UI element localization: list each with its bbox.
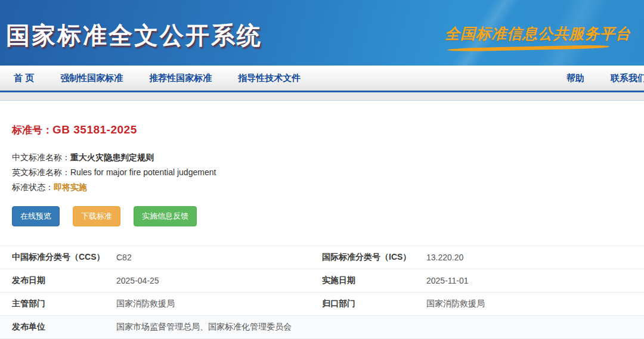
field-chinese-name-value: 重大火灾隐患判定规则 [70, 153, 154, 163]
standard-detail-panel: 标准号： GB 35181-2025 中文标准名称： 重大火灾隐患判定规则 英文… [0, 101, 644, 339]
cell-publisher: 发布单位 国家市场监督管理总局、国家标准化管理委员会 [12, 322, 292, 332]
table-row-classification: 中国标准分类号（CCS） C82 国际标准分类号（ICS） 13.220.20 [0, 246, 644, 269]
competent-department-label: 主管部门 [12, 298, 116, 309]
platform-logo-underline-stroke [447, 45, 609, 52]
cell-implement-date: 实施日期 2025-11-01 [322, 275, 644, 286]
field-english-name-value: Rules for major fire potential judgement [70, 167, 216, 177]
implement-date-value: 2025-11-01 [426, 276, 469, 285]
publisher-value: 国家市场监督管理总局、国家标准化管理委员会 [116, 322, 292, 332]
ics-label: 国际标准分类号（ICS） [322, 252, 426, 263]
nav-item-guiding-documents[interactable]: 指导性技术文件 [233, 70, 305, 86]
implementation-feedback-button[interactable]: 实施信息反馈 [134, 206, 197, 226]
site-banner: 国家标准全文公开系统 全国标准信息公共服务平台 [0, 0, 644, 66]
table-row-departments: 主管部门 国家消防救援局 归口部门 国家消防救援局 [0, 293, 644, 316]
nav-item-contact-us[interactable]: 联系我们 [606, 70, 644, 86]
standard-fields: 中文标准名称： 重大火灾隐患判定规则 英文标准名称： Rules for maj… [0, 137, 644, 197]
action-buttons: 在线预览 下载标准 实施信息反馈 [0, 197, 644, 226]
main-nav: 首 页 强制性国家标准 推荐性国家标准 指导性技术文件 帮助 联系我们 [0, 66, 644, 92]
publisher-label: 发布单位 [12, 322, 116, 332]
standard-number-label: 标准号： [12, 123, 52, 137]
table-row-dates: 发布日期 2025-04-25 实施日期 2025-11-01 [0, 269, 644, 293]
centralized-department-value: 国家消防救援局 [426, 298, 485, 309]
centralized-department-label: 归口部门 [322, 298, 426, 309]
field-chinese-name-label: 中文标准名称： [12, 153, 70, 163]
platform-logo[interactable]: 全国标准信息公共服务平台 [445, 24, 631, 50]
nav-item-help[interactable]: 帮助 [562, 70, 589, 86]
nav-item-mandatory-standards[interactable]: 强制性国家标准 [55, 70, 128, 86]
status-badge: 即将实施 [54, 182, 87, 193]
standard-number-value: GB 35181-2025 [52, 123, 137, 136]
implement-date-label: 实施日期 [322, 275, 426, 286]
publish-date-label: 发布日期 [12, 275, 116, 286]
page-gap-strip [0, 92, 644, 101]
field-chinese-name: 中文标准名称： 重大火灾隐患判定规则 [12, 153, 632, 167]
competent-department-value: 国家消防救援局 [116, 298, 175, 309]
standard-number-line: 标准号： GB 35181-2025 [0, 101, 644, 137]
field-english-name: 英文标准名称： Rules for major fire potential j… [12, 167, 632, 182]
ccs-label: 中国标准分类号（CCS） [12, 252, 116, 263]
cell-centralized-department: 归口部门 国家消防救援局 [322, 298, 644, 309]
cell-competent-department: 主管部门 国家消防救援局 [12, 298, 322, 309]
cell-ccs: 中国标准分类号（CCS） C82 [12, 252, 322, 263]
field-status-label: 标准状态： [12, 182, 54, 193]
download-standard-button[interactable]: 下载标准 [73, 206, 120, 226]
cell-publish-date: 发布日期 2025-04-25 [12, 275, 322, 286]
field-status: 标准状态： 即将实施 [12, 182, 632, 197]
nav-item-home[interactable]: 首 页 [9, 70, 39, 86]
platform-logo-text: 全国标准信息公共服务平台 [445, 24, 631, 43]
field-english-name-label: 英文标准名称： [12, 167, 70, 178]
standard-info-table: 中国标准分类号（CCS） C82 国际标准分类号（ICS） 13.220.20 … [0, 245, 644, 339]
table-row-publisher: 发布单位 国家市场监督管理总局、国家标准化管理委员会 [0, 316, 644, 339]
ccs-value: C82 [116, 253, 132, 262]
publish-date-value: 2025-04-25 [116, 276, 159, 285]
nav-item-recommended-standards[interactable]: 推荐性国家标准 [144, 70, 216, 86]
ics-value: 13.220.20 [426, 253, 463, 262]
site-title: 国家标准全文公开系统 [6, 19, 262, 52]
cell-ics: 国际标准分类号（ICS） 13.220.20 [322, 252, 644, 263]
online-preview-button[interactable]: 在线预览 [12, 206, 60, 226]
